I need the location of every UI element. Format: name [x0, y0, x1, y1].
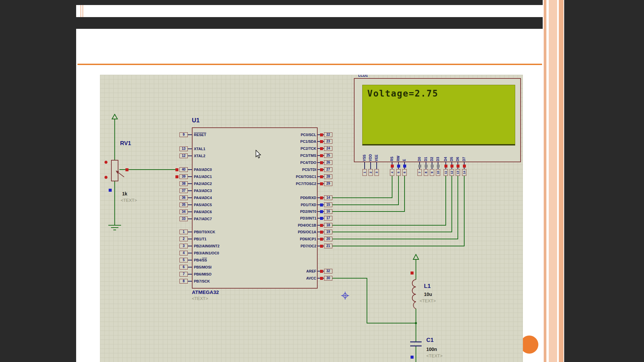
pin-state-indicator: [463, 165, 466, 168]
pin-state-indicator: [431, 165, 434, 168]
capacitor-value-label: 100n: [426, 347, 437, 352]
pin-label: D1: [424, 144, 428, 161]
pin-stub: [364, 162, 365, 170]
pin-number: 5: [396, 169, 401, 176]
pin-label: D7: [462, 144, 466, 161]
pot-value-label: 1k: [122, 191, 127, 196]
pin-state-indicator: [450, 165, 453, 168]
pin-number: 11: [444, 169, 448, 176]
pin-state-indicator: [391, 165, 394, 168]
pin-stub: [370, 162, 371, 170]
pin-state-indicator: [403, 165, 406, 168]
pin-label: D6: [456, 144, 460, 161]
pin-state-indicator: [437, 165, 440, 168]
pin-number: 12: [450, 169, 454, 176]
schematic-canvas[interactable]: U1 ATMEGA32 <TEXT> 9RESET13XTAL112XTAL24…: [100, 75, 523, 362]
pin-number: 14: [462, 169, 467, 176]
pin-label: D4: [444, 144, 448, 161]
pin-number: 6: [402, 169, 407, 176]
pin-state-indicator: [457, 165, 460, 168]
pin-number: 1: [363, 169, 367, 176]
slide-border-line: [83, 5, 83, 17]
pin-label: VDD: [369, 144, 373, 161]
pin-number: 13: [456, 169, 460, 176]
capacitor-text-placeholder: <TEXT>: [426, 353, 442, 358]
pin-state-indicator: [397, 165, 400, 168]
slide-border-line: [80, 5, 81, 17]
slide-stripe: [559, 0, 564, 362]
pin-label: VSS: [363, 144, 367, 161]
pin-number: 3: [375, 169, 379, 176]
slide-top-strip: [76, 5, 543, 17]
slide-accent-line: [77, 64, 542, 65]
pin-label: D2: [430, 144, 434, 161]
pin-number: 9: [430, 169, 434, 176]
inductor-ref-label: L1: [424, 283, 431, 290]
pin-label: E: [402, 144, 407, 161]
pin-stub: [376, 162, 377, 170]
pin-state-indicator: [425, 165, 428, 168]
pin-number: 10: [436, 169, 440, 176]
capacitor-ref-label: C1: [426, 337, 434, 344]
pin-label: D3: [436, 144, 440, 161]
pin-label: D5: [450, 144, 454, 161]
pin-label: RS: [390, 144, 394, 161]
pin-number: 7: [418, 169, 422, 176]
pin-label: RW: [396, 144, 400, 161]
pin-number: 2: [369, 169, 373, 176]
pin-number: 8: [424, 169, 428, 176]
pin-label: D0: [418, 144, 422, 161]
mouse-cursor: [256, 150, 264, 160]
slide-accent-circle: [520, 336, 538, 354]
inductor-value-label: 10u: [424, 292, 432, 297]
pin-state-indicator: [418, 165, 421, 168]
pot-ref-label: RV1: [120, 140, 131, 147]
slide-stripe: [544, 0, 546, 362]
lcd-pin-list: VSS1VDD2VEE3RS4RW5E6D07D18D29D310D411D51…: [100, 75, 523, 362]
pin-number: 4: [390, 169, 394, 176]
pin-state-indicator: [444, 165, 447, 168]
inductor-text-placeholder: <TEXT>: [420, 298, 436, 303]
pin-label: VEE: [375, 144, 379, 161]
pot-text-placeholder: <TEXT>: [121, 198, 137, 203]
slide-stripe: [549, 0, 557, 362]
